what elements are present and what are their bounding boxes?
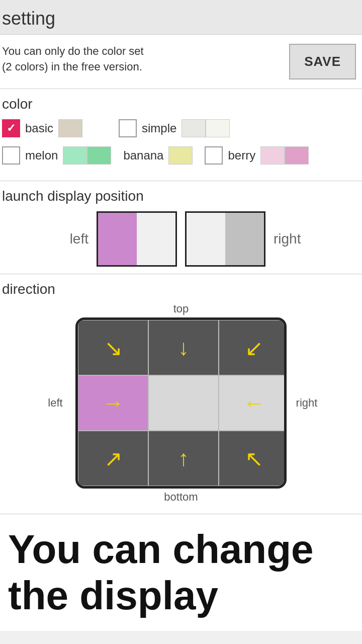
save-button[interactable]: SAVE: [289, 44, 356, 79]
swatch-basic: [58, 119, 82, 137]
save-info-line1: You can only do the color set: [2, 44, 144, 59]
position-box-left[interactable]: [97, 211, 177, 267]
dir-cell-middle-center[interactable]: [148, 375, 219, 431]
pos-box-right-half: [225, 213, 264, 265]
label-basic: basic: [25, 121, 53, 135]
save-section: You can only do the color set (2 colors)…: [0, 35, 362, 89]
swatch-melon-r: [87, 146, 111, 165]
label-berry: berry: [228, 148, 255, 163]
dir-cell-middle-left[interactable]: →: [78, 375, 148, 431]
label-banana: banana: [123, 148, 163, 163]
position-left-label: left: [48, 231, 88, 247]
swatch-simple-l: [182, 119, 206, 137]
color-item-simple[interactable]: simple: [119, 119, 230, 137]
checkbox-berry[interactable]: [205, 146, 223, 165]
page-title: setting: [2, 8, 356, 29]
dir-cell-bottom-left[interactable]: ↗: [78, 431, 148, 486]
big-text-section: You can change the display: [0, 514, 362, 631]
color-item-melon[interactable]: melon: [2, 146, 111, 165]
swatch-melon-l: [63, 146, 87, 165]
position-box-right[interactable]: [185, 211, 265, 267]
color-row-2: melon banana berry: [2, 146, 360, 165]
direction-grid-container: ↘ ↓ ↙ → ← ↗ ↑ ↖: [75, 317, 287, 489]
direction-right-label: right: [292, 396, 322, 410]
direction-title: direction: [2, 281, 360, 297]
pos-box-left-half: [98, 213, 137, 265]
header: setting: [0, 0, 362, 35]
swatch-berry-r: [285, 146, 309, 165]
position-right-label: right: [274, 231, 314, 247]
dir-cell-top-left[interactable]: ↘: [78, 320, 148, 375]
position-section: launch display position left right: [0, 181, 362, 274]
big-text-line2: the display: [8, 573, 218, 618]
dir-cell-top-center[interactable]: ↓: [148, 320, 219, 375]
dir-cell-middle-right[interactable]: ←: [219, 375, 287, 431]
big-text-line1: You can change: [8, 527, 314, 572]
dir-cell-bottom-right[interactable]: ↖: [219, 431, 287, 486]
position-row: left right: [2, 211, 360, 267]
checkbox-basic[interactable]: [2, 119, 20, 137]
color-item-basic[interactable]: basic: [2, 119, 82, 137]
checkbox-melon[interactable]: [2, 146, 20, 165]
direction-outer: top left ↘ ↓ ↙ → ← ↗ ↑ ↖ ri: [2, 302, 360, 504]
direction-left-label: left: [40, 396, 70, 410]
color-row-1: basic simple: [2, 119, 360, 137]
checkbox-simple[interactable]: [119, 119, 137, 137]
position-section-title: launch display position: [2, 188, 360, 204]
dir-cell-bottom-center[interactable]: ↑: [148, 431, 219, 486]
color-item-berry[interactable]: berry: [205, 146, 309, 165]
save-info-line2: (2 colors) in the free version.: [2, 59, 144, 75]
direction-section: direction top left ↘ ↓ ↙ → ← ↗ ↑ ↖: [0, 274, 362, 514]
pos-box-right-left-half: [187, 213, 225, 265]
save-info: You can only do the color set (2 colors)…: [2, 44, 144, 75]
direction-top-label: top: [173, 302, 189, 315]
label-melon: melon: [25, 148, 58, 163]
dir-cell-top-right[interactable]: ↙: [219, 320, 287, 375]
big-text: You can change the display: [8, 526, 354, 619]
color-item-banana[interactable]: banana: [123, 146, 193, 165]
swatch-berry-l: [260, 146, 285, 165]
color-section-title: color: [2, 96, 360, 112]
swatch-simple-r: [206, 119, 230, 137]
label-simple: simple: [142, 121, 176, 135]
direction-grid: ↘ ↓ ↙ → ← ↗ ↑ ↖: [78, 320, 284, 486]
pos-box-left-right-half: [137, 213, 175, 265]
color-section: color basic simple melon banana berry: [0, 89, 362, 181]
direction-bottom-label: bottom: [164, 491, 198, 504]
swatch-banana-l: [168, 146, 193, 165]
direction-middle-row: left ↘ ↓ ↙ → ← ↗ ↑ ↖ right: [40, 317, 322, 489]
